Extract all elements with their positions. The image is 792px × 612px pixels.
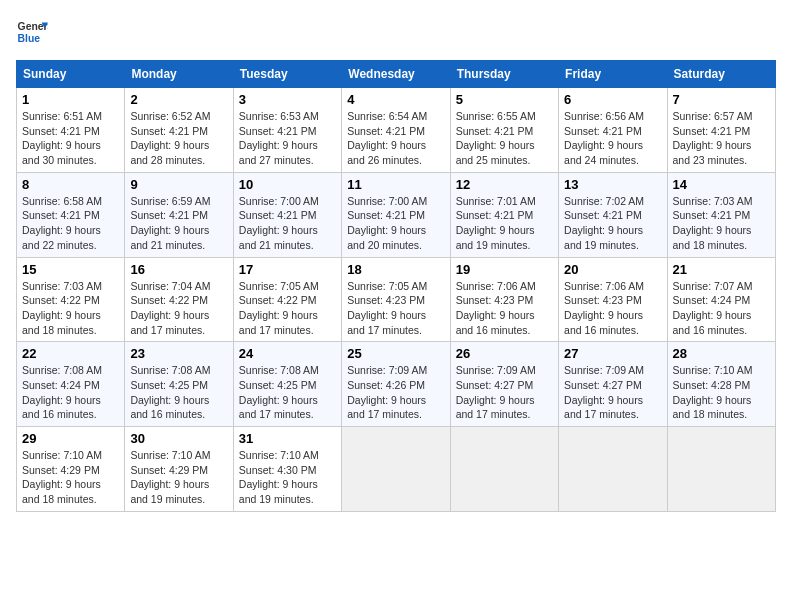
day-info: Sunrise: 6:58 AM Sunset: 4:21 PM Dayligh… — [22, 194, 119, 253]
weekday-header: Thursday — [450, 61, 558, 88]
calendar-day-cell: 5Sunrise: 6:55 AM Sunset: 4:21 PM Daylig… — [450, 88, 558, 173]
day-info: Sunrise: 7:05 AM Sunset: 4:23 PM Dayligh… — [347, 279, 444, 338]
day-number: 28 — [673, 346, 770, 361]
day-number: 21 — [673, 262, 770, 277]
calendar-day-cell: 31Sunrise: 7:10 AM Sunset: 4:30 PM Dayli… — [233, 427, 341, 512]
calendar-day-cell: 1Sunrise: 6:51 AM Sunset: 4:21 PM Daylig… — [17, 88, 125, 173]
day-number: 6 — [564, 92, 661, 107]
calendar-day-cell: 8Sunrise: 6:58 AM Sunset: 4:21 PM Daylig… — [17, 172, 125, 257]
calendar-week-row: 1Sunrise: 6:51 AM Sunset: 4:21 PM Daylig… — [17, 88, 776, 173]
day-number: 26 — [456, 346, 553, 361]
day-info: Sunrise: 6:52 AM Sunset: 4:21 PM Dayligh… — [130, 109, 227, 168]
calendar-week-row: 22Sunrise: 7:08 AM Sunset: 4:24 PM Dayli… — [17, 342, 776, 427]
calendar-day-cell: 22Sunrise: 7:08 AM Sunset: 4:24 PM Dayli… — [17, 342, 125, 427]
page-header: General Blue — [16, 16, 776, 48]
empty-cell — [342, 427, 450, 512]
calendar-day-cell: 29Sunrise: 7:10 AM Sunset: 4:29 PM Dayli… — [17, 427, 125, 512]
day-info: Sunrise: 7:00 AM Sunset: 4:21 PM Dayligh… — [239, 194, 336, 253]
day-number: 12 — [456, 177, 553, 192]
calendar-day-cell: 13Sunrise: 7:02 AM Sunset: 4:21 PM Dayli… — [559, 172, 667, 257]
day-info: Sunrise: 7:06 AM Sunset: 4:23 PM Dayligh… — [456, 279, 553, 338]
svg-text:Blue: Blue — [18, 33, 41, 44]
day-info: Sunrise: 6:59 AM Sunset: 4:21 PM Dayligh… — [130, 194, 227, 253]
calendar-day-cell: 10Sunrise: 7:00 AM Sunset: 4:21 PM Dayli… — [233, 172, 341, 257]
calendar-day-cell: 23Sunrise: 7:08 AM Sunset: 4:25 PM Dayli… — [125, 342, 233, 427]
calendar-day-cell: 20Sunrise: 7:06 AM Sunset: 4:23 PM Dayli… — [559, 257, 667, 342]
calendar-day-cell: 19Sunrise: 7:06 AM Sunset: 4:23 PM Dayli… — [450, 257, 558, 342]
day-info: Sunrise: 7:03 AM Sunset: 4:21 PM Dayligh… — [673, 194, 770, 253]
day-info: Sunrise: 7:02 AM Sunset: 4:21 PM Dayligh… — [564, 194, 661, 253]
weekday-header: Tuesday — [233, 61, 341, 88]
logo: General Blue — [16, 16, 48, 48]
weekday-header: Friday — [559, 61, 667, 88]
day-number: 7 — [673, 92, 770, 107]
day-number: 24 — [239, 346, 336, 361]
calendar-table: SundayMondayTuesdayWednesdayThursdayFrid… — [16, 60, 776, 512]
logo-icon: General Blue — [16, 16, 48, 48]
day-number: 4 — [347, 92, 444, 107]
day-info: Sunrise: 6:55 AM Sunset: 4:21 PM Dayligh… — [456, 109, 553, 168]
calendar-day-cell: 3Sunrise: 6:53 AM Sunset: 4:21 PM Daylig… — [233, 88, 341, 173]
calendar-day-cell: 21Sunrise: 7:07 AM Sunset: 4:24 PM Dayli… — [667, 257, 775, 342]
day-number: 3 — [239, 92, 336, 107]
calendar-day-cell: 24Sunrise: 7:08 AM Sunset: 4:25 PM Dayli… — [233, 342, 341, 427]
day-info: Sunrise: 7:10 AM Sunset: 4:28 PM Dayligh… — [673, 363, 770, 422]
calendar-day-cell: 14Sunrise: 7:03 AM Sunset: 4:21 PM Dayli… — [667, 172, 775, 257]
calendar-header: SundayMondayTuesdayWednesdayThursdayFrid… — [17, 61, 776, 88]
day-number: 11 — [347, 177, 444, 192]
day-info: Sunrise: 7:09 AM Sunset: 4:26 PM Dayligh… — [347, 363, 444, 422]
day-number: 13 — [564, 177, 661, 192]
day-info: Sunrise: 6:56 AM Sunset: 4:21 PM Dayligh… — [564, 109, 661, 168]
day-info: Sunrise: 7:01 AM Sunset: 4:21 PM Dayligh… — [456, 194, 553, 253]
day-number: 29 — [22, 431, 119, 446]
calendar-day-cell: 17Sunrise: 7:05 AM Sunset: 4:22 PM Dayli… — [233, 257, 341, 342]
day-info: Sunrise: 7:07 AM Sunset: 4:24 PM Dayligh… — [673, 279, 770, 338]
weekday-header: Wednesday — [342, 61, 450, 88]
day-info: Sunrise: 6:57 AM Sunset: 4:21 PM Dayligh… — [673, 109, 770, 168]
day-info: Sunrise: 7:09 AM Sunset: 4:27 PM Dayligh… — [456, 363, 553, 422]
empty-cell — [450, 427, 558, 512]
day-info: Sunrise: 7:10 AM Sunset: 4:29 PM Dayligh… — [22, 448, 119, 507]
calendar-day-cell: 26Sunrise: 7:09 AM Sunset: 4:27 PM Dayli… — [450, 342, 558, 427]
day-info: Sunrise: 7:09 AM Sunset: 4:27 PM Dayligh… — [564, 363, 661, 422]
day-number: 22 — [22, 346, 119, 361]
calendar-day-cell: 12Sunrise: 7:01 AM Sunset: 4:21 PM Dayli… — [450, 172, 558, 257]
day-number: 20 — [564, 262, 661, 277]
day-number: 19 — [456, 262, 553, 277]
day-info: Sunrise: 6:53 AM Sunset: 4:21 PM Dayligh… — [239, 109, 336, 168]
calendar-day-cell: 16Sunrise: 7:04 AM Sunset: 4:22 PM Dayli… — [125, 257, 233, 342]
day-info: Sunrise: 7:06 AM Sunset: 4:23 PM Dayligh… — [564, 279, 661, 338]
day-info: Sunrise: 7:10 AM Sunset: 4:30 PM Dayligh… — [239, 448, 336, 507]
day-number: 27 — [564, 346, 661, 361]
day-info: Sunrise: 7:00 AM Sunset: 4:21 PM Dayligh… — [347, 194, 444, 253]
day-info: Sunrise: 7:10 AM Sunset: 4:29 PM Dayligh… — [130, 448, 227, 507]
calendar-day-cell: 6Sunrise: 6:56 AM Sunset: 4:21 PM Daylig… — [559, 88, 667, 173]
day-info: Sunrise: 7:04 AM Sunset: 4:22 PM Dayligh… — [130, 279, 227, 338]
calendar-day-cell: 11Sunrise: 7:00 AM Sunset: 4:21 PM Dayli… — [342, 172, 450, 257]
weekday-header: Saturday — [667, 61, 775, 88]
calendar-week-row: 29Sunrise: 7:10 AM Sunset: 4:29 PM Dayli… — [17, 427, 776, 512]
calendar-day-cell: 9Sunrise: 6:59 AM Sunset: 4:21 PM Daylig… — [125, 172, 233, 257]
calendar-day-cell: 27Sunrise: 7:09 AM Sunset: 4:27 PM Dayli… — [559, 342, 667, 427]
day-number: 31 — [239, 431, 336, 446]
calendar-day-cell: 25Sunrise: 7:09 AM Sunset: 4:26 PM Dayli… — [342, 342, 450, 427]
day-number: 23 — [130, 346, 227, 361]
day-number: 9 — [130, 177, 227, 192]
day-number: 14 — [673, 177, 770, 192]
day-number: 25 — [347, 346, 444, 361]
day-info: Sunrise: 7:05 AM Sunset: 4:22 PM Dayligh… — [239, 279, 336, 338]
calendar-week-row: 8Sunrise: 6:58 AM Sunset: 4:21 PM Daylig… — [17, 172, 776, 257]
day-number: 17 — [239, 262, 336, 277]
day-number: 2 — [130, 92, 227, 107]
calendar-day-cell: 2Sunrise: 6:52 AM Sunset: 4:21 PM Daylig… — [125, 88, 233, 173]
day-number: 15 — [22, 262, 119, 277]
day-number: 10 — [239, 177, 336, 192]
day-info: Sunrise: 7:08 AM Sunset: 4:25 PM Dayligh… — [239, 363, 336, 422]
day-number: 5 — [456, 92, 553, 107]
day-number: 18 — [347, 262, 444, 277]
day-number: 1 — [22, 92, 119, 107]
day-info: Sunrise: 7:08 AM Sunset: 4:24 PM Dayligh… — [22, 363, 119, 422]
empty-cell — [559, 427, 667, 512]
weekday-header: Sunday — [17, 61, 125, 88]
calendar-day-cell: 15Sunrise: 7:03 AM Sunset: 4:22 PM Dayli… — [17, 257, 125, 342]
